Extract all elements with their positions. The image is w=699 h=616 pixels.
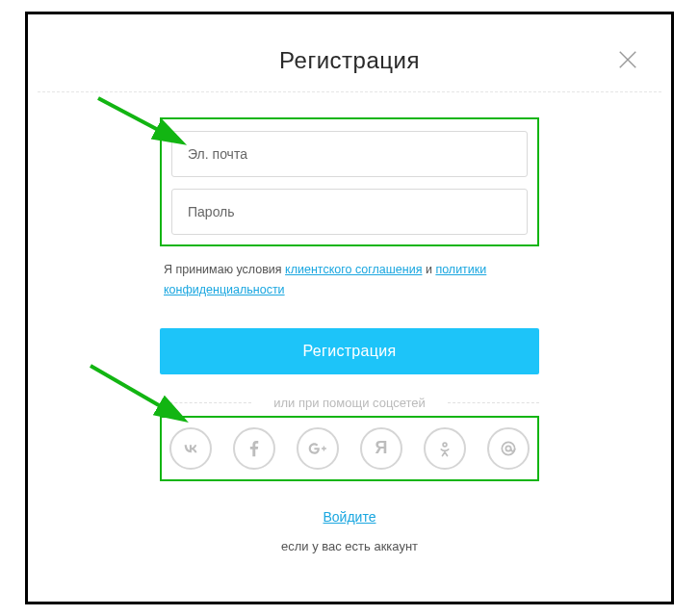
terms-text: Я принимаю условия клиентского соглашени… [160,246,539,301]
terms-prefix: Я принимаю условия [164,263,285,276]
login-link[interactable]: Войдите [324,509,376,525]
register-button[interactable]: Регистрация [160,328,539,374]
email-input[interactable] [171,131,528,177]
inputs-highlight-box [160,117,539,246]
social-mailru-button[interactable] [487,427,530,470]
close-icon [617,49,638,70]
social-yandex-button[interactable]: Я [360,427,402,470]
form-area: Я принимаю условия клиентского соглашени… [160,92,539,553]
yandex-icon: Я [375,438,388,458]
dialog-header: Регистрация [38,24,661,92]
social-highlight-box: Я [160,416,539,481]
odnoklassniki-icon [435,439,454,458]
svg-point-3 [502,442,514,454]
terms-mid: и [422,263,435,276]
facebook-icon [245,439,264,458]
google-plus-icon [308,439,327,458]
social-google-button[interactable] [297,427,339,470]
terms-agreement-link[interactable]: клиентского соглашения [285,263,422,276]
login-line: Войдите [160,508,539,526]
screenshot-frame: Регистрация Я принимаю условия клиентско… [25,12,674,604]
password-input[interactable] [171,189,528,235]
social-vk-button[interactable] [169,427,212,470]
svg-point-2 [443,443,447,447]
dialog-title: Регистрация [38,47,661,74]
close-button[interactable] [617,49,638,70]
mailru-icon [499,439,518,458]
social-divider-label: или при помощи соцсетей [160,396,539,410]
vk-icon [181,439,200,458]
account-hint: если у вас есть аккаунт [160,539,539,553]
social-ok-button[interactable] [424,427,466,470]
registration-dialog: Регистрация Я принимаю условия клиентско… [38,24,661,592]
social-facebook-button[interactable] [233,427,275,470]
